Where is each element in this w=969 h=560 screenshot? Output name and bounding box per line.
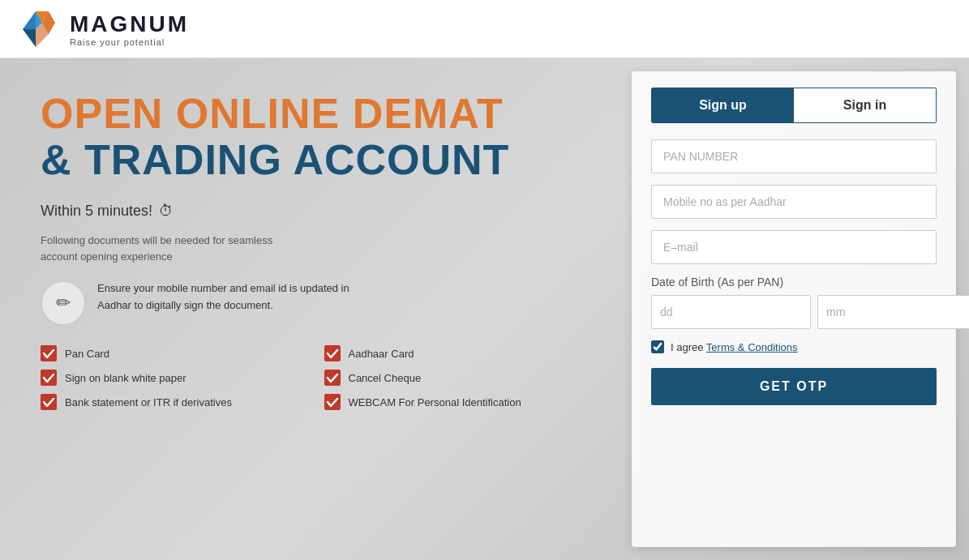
- dob-row: [651, 295, 937, 329]
- sub-tagline-line2: account opening experience: [41, 250, 173, 263]
- notice-icon-wrap: ✏: [41, 280, 86, 326]
- agreement-text: I agree Terms & Conditions: [671, 341, 798, 353]
- agreement-checkbox[interactable]: [651, 340, 664, 353]
- email-input[interactable]: [651, 230, 937, 264]
- checkmark-icon: [324, 345, 341, 361]
- tab-signin[interactable]: Sign in: [794, 88, 936, 122]
- list-item: WEBCAM For Personal Identification: [324, 394, 592, 410]
- svg-marker-1: [23, 29, 36, 47]
- check-label: WEBCAM For Personal Identification: [349, 396, 521, 408]
- notice-line2: Aadhar to digitally sign the document.: [97, 299, 273, 311]
- main-content: OPEN ONLINE DEMAT & TRADING ACCOUNT With…: [0, 58, 969, 560]
- edit-icon: ✏: [56, 293, 71, 314]
- list-item: Cancel Cheque: [324, 370, 592, 386]
- checkmark-icon: [41, 370, 57, 386]
- tagline: Within 5 minutes! ⏱: [41, 203, 591, 220]
- signup-form-panel: Sign up Sign in Date of Birth (As per PA…: [632, 71, 956, 547]
- pan-input[interactable]: [651, 139, 937, 173]
- check-label: Pan Card: [65, 348, 109, 360]
- tab-container: Sign up Sign in: [651, 88, 937, 123]
- logo-subtitle: Raise your potential: [70, 37, 189, 47]
- check-label: Aadhaar Card: [349, 348, 414, 360]
- clock-icon: ⏱: [159, 203, 174, 220]
- checklist: Pan Card Aadhaar Card Sign on blank whit…: [41, 345, 591, 410]
- agreement-row: I agree Terms & Conditions: [651, 340, 937, 353]
- sub-tagline: Following documents will be needed for s…: [41, 233, 591, 264]
- dob-mm-input[interactable]: [817, 295, 969, 329]
- dob-dd-input[interactable]: [651, 295, 811, 329]
- list-item: Aadhaar Card: [324, 345, 592, 361]
- tab-signup[interactable]: Sign up: [652, 88, 794, 122]
- notice-text: Ensure your mobile number and email id i…: [97, 280, 349, 314]
- checkmark-icon: [41, 345, 57, 361]
- headline-line2: & TRADING ACCOUNT: [41, 137, 591, 183]
- list-item: Pan Card: [41, 345, 308, 361]
- check-label: Cancel Cheque: [349, 372, 422, 384]
- svg-marker-0: [23, 11, 36, 29]
- headline-line1: OPEN ONLINE DEMAT: [41, 91, 591, 137]
- notice-line1: Ensure your mobile number and email id i…: [97, 282, 349, 294]
- get-otp-button[interactable]: GET OTP: [651, 368, 937, 405]
- logo-text: MAGNUM Raise your potential: [70, 11, 189, 47]
- dob-label: Date of Birth (As per PAN): [651, 276, 937, 289]
- logo: MAGNUM Raise your potential: [19, 8, 189, 50]
- header: MAGNUM Raise your potential: [0, 0, 969, 58]
- tagline-text: Within 5 minutes!: [41, 203, 152, 220]
- list-item: Sign on blank white paper: [41, 370, 308, 386]
- check-label: Bank statement or ITR if derivatives: [65, 396, 232, 408]
- logo-icon: [19, 8, 62, 50]
- checkmark-icon: [324, 370, 341, 386]
- checkmark-icon: [41, 394, 57, 410]
- checkmark-icon: [324, 394, 341, 410]
- list-item: Bank statement or ITR if derivatives: [41, 394, 308, 410]
- left-panel: OPEN ONLINE DEMAT & TRADING ACCOUNT With…: [0, 58, 632, 560]
- sub-tagline-line1: Following documents will be needed for s…: [41, 234, 272, 246]
- logo-title: MAGNUM: [70, 11, 189, 37]
- check-label: Sign on blank white paper: [65, 372, 187, 384]
- notice-box: ✏ Ensure your mobile number and email id…: [41, 280, 591, 326]
- agreement-prefix: I agree: [671, 341, 706, 353]
- mobile-input[interactable]: [651, 185, 937, 219]
- terms-link[interactable]: Terms & Conditions: [706, 341, 798, 353]
